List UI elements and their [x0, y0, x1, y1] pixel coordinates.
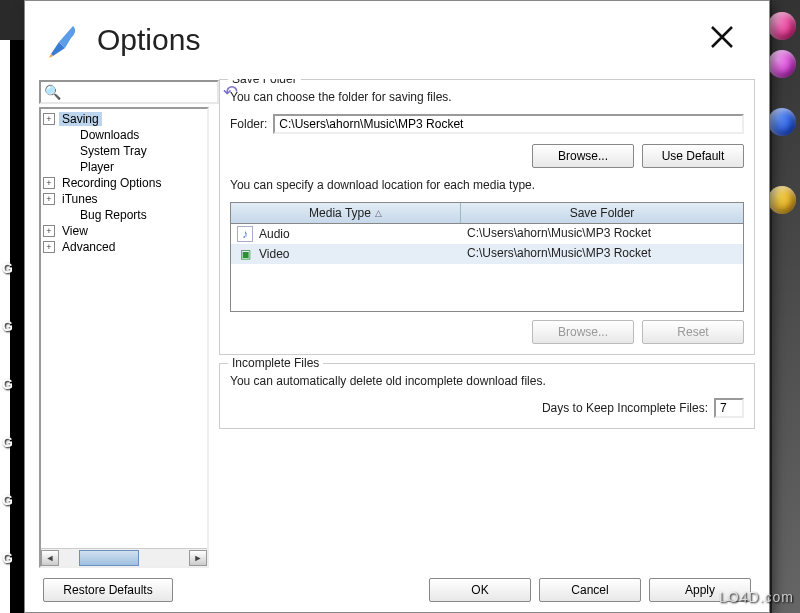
tree-item-label: System Tray [77, 144, 150, 158]
search-input[interactable] [64, 85, 214, 99]
watermark: LO4D.com [719, 589, 794, 605]
sort-asc-icon: △ [375, 208, 382, 218]
media-type-cell: Audio [259, 227, 290, 241]
tree-item-label: Saving [59, 112, 102, 126]
horizontal-scrollbar[interactable]: ◄ ► [41, 548, 207, 566]
media-type-desc: You can specify a download location for … [230, 178, 744, 192]
incomplete-legend: Incomplete Files [228, 356, 323, 370]
save-folder-cell: C:\Users\ahorn\Music\MP3 Rocket [461, 226, 743, 242]
audio-icon: ♪ [237, 226, 253, 242]
ok-button[interactable]: OK [429, 578, 531, 602]
background-left: G G G G G G [0, 40, 25, 613]
column-save-folder[interactable]: Save Folder [461, 203, 743, 223]
rocket-icon [45, 20, 85, 60]
deco-ball [768, 108, 796, 136]
tree-item-label: Advanced [59, 240, 118, 254]
folder-label: Folder: [230, 117, 267, 131]
tree-box: +SavingDownloadsSystem TrayPlayer+Record… [39, 107, 209, 568]
tree-item-advanced[interactable]: +Advanced [41, 239, 207, 255]
tree-item-label: View [59, 224, 91, 238]
expand-icon[interactable]: + [43, 177, 55, 189]
options-dialog: Options 🔍 ↶ +SavingDownloadsSystem TrayP… [24, 0, 770, 613]
dialog-title: Options [97, 23, 699, 57]
save-folder-group: Save Folder You can choose the folder fo… [219, 79, 755, 355]
tree-item-saving[interactable]: +Saving [41, 111, 207, 127]
use-default-button[interactable]: Use Default [642, 144, 744, 168]
tree-item-label: iTunes [59, 192, 101, 206]
deco-ball [768, 12, 796, 40]
incomplete-desc: You can automatically delete old incompl… [230, 374, 744, 388]
browse-button[interactable]: Browse... [532, 144, 634, 168]
browse-row-button: Browse... [532, 320, 634, 344]
tree-item-view[interactable]: +View [41, 223, 207, 239]
background-right [772, 0, 800, 613]
scroll-left-button[interactable]: ◄ [41, 550, 59, 566]
title-bar: Options [25, 1, 769, 79]
expand-icon[interactable]: + [43, 193, 55, 205]
tree-item-itunes[interactable]: +iTunes [41, 191, 207, 207]
dialog-button-bar: Restore Defaults OK Cancel Apply [25, 572, 769, 612]
expand-icon[interactable]: + [43, 113, 55, 125]
tree-item-label: Player [77, 160, 117, 174]
tree-item-bug-reports[interactable]: Bug Reports [41, 207, 207, 223]
table-row[interactable]: ▣VideoC:\Users\ahorn\Music\MP3 Rocket [231, 244, 743, 264]
save-folder-desc: You can choose the folder for saving fil… [230, 90, 744, 104]
tree-item-label: Recording Options [59, 176, 164, 190]
expand-icon[interactable]: + [43, 241, 55, 253]
folder-input[interactable] [273, 114, 744, 134]
days-label: Days to Keep Incomplete Files: [542, 401, 708, 415]
table-header: Media Type △ Save Folder [231, 203, 743, 224]
tree-item-downloads[interactable]: Downloads [41, 127, 207, 143]
media-type-cell: Video [259, 247, 289, 261]
tree-item-label: Downloads [77, 128, 142, 142]
settings-panel: Save Folder You can choose the folder fo… [219, 79, 755, 568]
search-icon: 🔍 [44, 84, 61, 100]
days-input[interactable] [714, 398, 744, 418]
scroll-right-button[interactable]: ► [189, 550, 207, 566]
tree-panel: 🔍 ↶ +SavingDownloadsSystem TrayPlayer+Re… [39, 79, 209, 568]
tree-item-label: Bug Reports [77, 208, 150, 222]
tree-item-system-tray[interactable]: System Tray [41, 143, 207, 159]
cancel-button[interactable]: Cancel [539, 578, 641, 602]
tree-item-player[interactable]: Player [41, 159, 207, 175]
scroll-thumb[interactable] [79, 550, 139, 566]
deco-ball [768, 50, 796, 78]
deco-ball [768, 186, 796, 214]
save-folder-cell: C:\Users\ahorn\Music\MP3 Rocket [461, 246, 743, 262]
media-type-table: Media Type △ Save Folder ♪AudioC:\Users\… [230, 202, 744, 312]
incomplete-files-group: Incomplete Files You can automatically d… [219, 363, 755, 429]
expand-icon[interactable]: + [43, 225, 55, 237]
save-folder-legend: Save Folder [228, 79, 301, 86]
table-row[interactable]: ♪AudioC:\Users\ahorn\Music\MP3 Rocket [231, 224, 743, 244]
video-icon: ▣ [237, 246, 253, 262]
reset-row-button: Reset [642, 320, 744, 344]
close-button[interactable] [699, 19, 745, 61]
restore-defaults-button[interactable]: Restore Defaults [43, 578, 173, 602]
search-box[interactable]: 🔍 [39, 80, 219, 104]
tree-item-recording-options[interactable]: +Recording Options [41, 175, 207, 191]
column-media-type[interactable]: Media Type △ [231, 203, 461, 223]
